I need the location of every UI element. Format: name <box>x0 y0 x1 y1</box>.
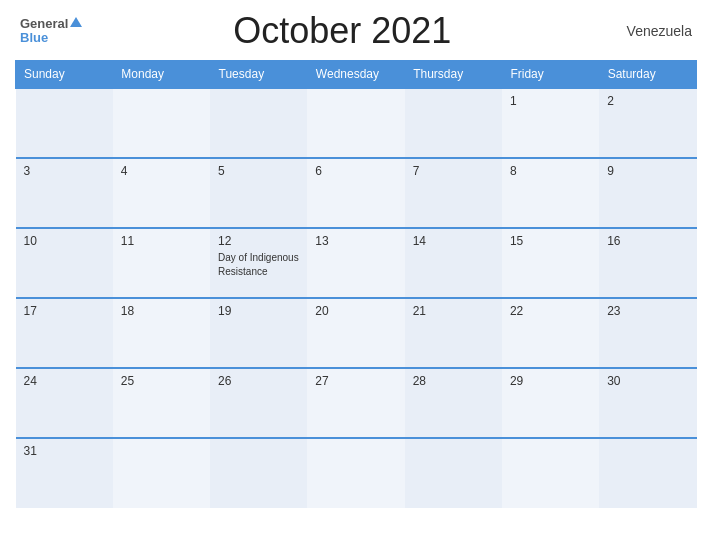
calendar-cell: 29 <box>502 368 599 438</box>
calendar-table: SundayMondayTuesdayWednesdayThursdayFrid… <box>15 60 697 508</box>
day-number: 20 <box>315 304 396 318</box>
day-number: 31 <box>24 444 105 458</box>
day-number: 9 <box>607 164 688 178</box>
day-number: 4 <box>121 164 202 178</box>
logo-triangle-icon <box>70 17 82 27</box>
calendar-cell: 21 <box>405 298 502 368</box>
calendar-cell: 27 <box>307 368 404 438</box>
calendar-week-row: 101112Day of Indigenous Resistance131415… <box>16 228 697 298</box>
day-number: 27 <box>315 374 396 388</box>
day-number: 1 <box>510 94 591 108</box>
calendar-cell: 17 <box>16 298 113 368</box>
weekday-header-row: SundayMondayTuesdayWednesdayThursdayFrid… <box>16 61 697 89</box>
calendar-cell <box>210 88 307 158</box>
calendar-cell <box>405 438 502 508</box>
calendar-cell: 3 <box>16 158 113 228</box>
day-number: 15 <box>510 234 591 248</box>
calendar-cell: 5 <box>210 158 307 228</box>
day-number: 28 <box>413 374 494 388</box>
weekday-header-friday: Friday <box>502 61 599 89</box>
day-number: 3 <box>24 164 105 178</box>
calendar-cell: 24 <box>16 368 113 438</box>
calendar-cell: 1 <box>502 88 599 158</box>
calendar-cell <box>210 438 307 508</box>
day-number: 22 <box>510 304 591 318</box>
calendar-cell: 6 <box>307 158 404 228</box>
holiday-text: Day of Indigenous Resistance <box>218 252 299 277</box>
calendar-cell <box>307 88 404 158</box>
calendar-cell: 12Day of Indigenous Resistance <box>210 228 307 298</box>
day-number: 10 <box>24 234 105 248</box>
weekday-header-saturday: Saturday <box>599 61 696 89</box>
day-number: 6 <box>315 164 396 178</box>
day-number: 2 <box>607 94 688 108</box>
calendar-cell <box>405 88 502 158</box>
calendar-cell: 22 <box>502 298 599 368</box>
calendar-cell: 18 <box>113 298 210 368</box>
calendar-cell: 13 <box>307 228 404 298</box>
day-number: 26 <box>218 374 299 388</box>
calendar-cell: 15 <box>502 228 599 298</box>
day-number: 13 <box>315 234 396 248</box>
calendar-container: General Blue October 2021 Venezuela Sund… <box>0 0 712 550</box>
calendar-week-row: 17181920212223 <box>16 298 697 368</box>
calendar-cell: 11 <box>113 228 210 298</box>
day-number: 18 <box>121 304 202 318</box>
day-number: 19 <box>218 304 299 318</box>
calendar-week-row: 3456789 <box>16 158 697 228</box>
calendar-week-row: 31 <box>16 438 697 508</box>
weekday-header-sunday: Sunday <box>16 61 113 89</box>
logo: General Blue <box>20 17 82 46</box>
calendar-cell <box>113 88 210 158</box>
weekday-header-thursday: Thursday <box>405 61 502 89</box>
calendar-week-row: 12 <box>16 88 697 158</box>
day-number: 23 <box>607 304 688 318</box>
day-number: 8 <box>510 164 591 178</box>
day-number: 29 <box>510 374 591 388</box>
calendar-cell: 25 <box>113 368 210 438</box>
calendar-cell: 19 <box>210 298 307 368</box>
day-number: 21 <box>413 304 494 318</box>
calendar-cell: 4 <box>113 158 210 228</box>
calendar-cell: 23 <box>599 298 696 368</box>
day-number: 5 <box>218 164 299 178</box>
calendar-header: General Blue October 2021 Venezuela <box>15 10 697 52</box>
weekday-header-monday: Monday <box>113 61 210 89</box>
day-number: 25 <box>121 374 202 388</box>
calendar-cell: 7 <box>405 158 502 228</box>
calendar-cell: 16 <box>599 228 696 298</box>
calendar-cell <box>16 88 113 158</box>
calendar-cell: 31 <box>16 438 113 508</box>
calendar-cell <box>502 438 599 508</box>
month-title: October 2021 <box>82 10 602 52</box>
weekday-header-tuesday: Tuesday <box>210 61 307 89</box>
day-number: 12 <box>218 234 299 248</box>
calendar-cell: 26 <box>210 368 307 438</box>
calendar-cell: 2 <box>599 88 696 158</box>
day-number: 16 <box>607 234 688 248</box>
calendar-week-row: 24252627282930 <box>16 368 697 438</box>
day-number: 24 <box>24 374 105 388</box>
day-number: 11 <box>121 234 202 248</box>
calendar-cell: 10 <box>16 228 113 298</box>
day-number: 7 <box>413 164 494 178</box>
day-number: 17 <box>24 304 105 318</box>
calendar-cell <box>599 438 696 508</box>
calendar-cell: 20 <box>307 298 404 368</box>
logo-general-text: General <box>20 17 82 31</box>
day-number: 30 <box>607 374 688 388</box>
logo-blue-text: Blue <box>20 31 48 45</box>
calendar-cell: 28 <box>405 368 502 438</box>
country-label: Venezuela <box>602 23 692 39</box>
weekday-header-wednesday: Wednesday <box>307 61 404 89</box>
calendar-cell: 14 <box>405 228 502 298</box>
calendar-cell: 9 <box>599 158 696 228</box>
day-number: 14 <box>413 234 494 248</box>
calendar-cell <box>113 438 210 508</box>
calendar-cell <box>307 438 404 508</box>
calendar-cell: 8 <box>502 158 599 228</box>
calendar-cell: 30 <box>599 368 696 438</box>
